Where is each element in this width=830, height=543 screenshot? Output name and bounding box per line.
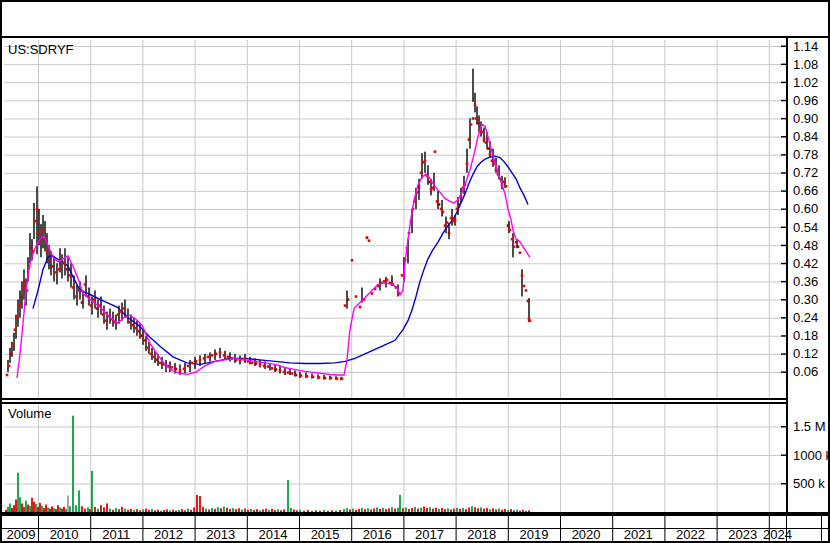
close-dot [505,185,508,188]
volume-bar [69,506,71,512]
volume-bar [226,508,228,512]
volume-bar [11,508,13,512]
volume-bar [61,509,63,512]
volume-bar [196,495,198,512]
close-dot [147,347,150,350]
volume-bar [187,509,189,512]
horizontal-gridline [4,336,786,337]
volume-bar [299,510,301,512]
volume-bar [127,510,129,512]
year-label: 2024 [763,527,792,542]
volume-bar [394,509,396,512]
close-dot [366,236,369,239]
close-dot [477,122,480,125]
price-axis-label: 0.60 [793,201,818,216]
price-axis-label: 0.36 [793,274,818,289]
chart-background [0,38,830,543]
volume-bar [364,509,366,512]
horizontal-gridline [4,281,786,282]
volume-bar [471,506,473,512]
close-dot [129,321,132,324]
close-dot [34,220,37,223]
vertical-gridline [717,404,718,512]
volume-bar [51,506,53,512]
price-tick [781,46,788,47]
volume-bar [169,510,171,512]
year-label-divider [403,529,404,541]
horizontal-gridline [4,64,786,65]
horizontal-gridline [4,263,786,264]
volume-bar [480,507,482,512]
volume-bar [498,509,500,512]
close-dot [259,363,262,366]
volume-bar [100,505,102,512]
price-axis-label: 0.54 [793,220,818,235]
close-dot [448,232,451,235]
volume-bar [151,509,153,512]
volume-bar [94,507,96,512]
volume-bar [465,509,467,512]
volume-bar [214,509,216,512]
close-dot [30,247,33,250]
highlow-bar [161,357,162,369]
vertical-gridline [717,40,718,398]
close-dot [529,319,532,322]
close-dot [12,344,15,347]
horizontal-gridline [4,118,786,119]
year-label-divider [90,529,91,541]
close-dot [171,366,174,369]
volume-bar [519,511,521,512]
volume-bar [67,495,69,512]
price-tick [781,64,788,65]
highlow-bar [469,118,470,148]
price-tick [781,172,788,173]
volume-tick [781,426,788,427]
close-dot [324,377,327,380]
close-dot [472,117,475,120]
close-dot [275,368,278,371]
price-axis-label: 0.78 [793,147,818,162]
price-axis-label: 0.90 [793,111,818,126]
volume-bar [423,507,425,512]
price-tick [781,281,788,282]
volume-bar [307,510,309,512]
close-dot [481,131,484,134]
close-dot [318,376,321,379]
price-axis-label: 1.14 [793,39,818,54]
vertical-gridline [612,404,613,512]
close-dot [300,374,303,377]
volume-bar [429,507,431,512]
volume-bar [456,508,458,512]
price-axis-label: 0.84 [793,129,818,144]
close-dot [444,224,447,227]
volume-bar [72,416,74,512]
highlow-bar [13,333,14,351]
volume-bar [136,509,138,512]
volume-bar [217,507,219,512]
volume-bar [486,508,488,512]
volume-bar [397,508,399,512]
year-tick [612,516,613,528]
volume-bar [492,508,494,512]
volume-bar [361,508,363,512]
volume-bar [145,509,147,512]
volume-bar [184,510,186,512]
price-axis-label: 0.12 [793,346,818,361]
volume-bar [405,507,407,512]
year-tick [195,516,196,528]
volume-bar [81,506,83,512]
volume-bar [103,507,105,512]
volume-bar [208,509,210,512]
highlow-bar [21,281,22,308]
volume-bar [287,480,289,512]
volume-bar [181,509,183,512]
price-axis-label: 0.72 [793,165,818,180]
volume-bar [358,509,360,512]
close-dot [159,362,162,365]
year-tick [560,516,561,528]
close-dot [54,271,57,274]
volume-bar [250,509,252,512]
year-label-divider [821,529,822,541]
close-dot [359,306,362,309]
close-dot [487,147,490,150]
